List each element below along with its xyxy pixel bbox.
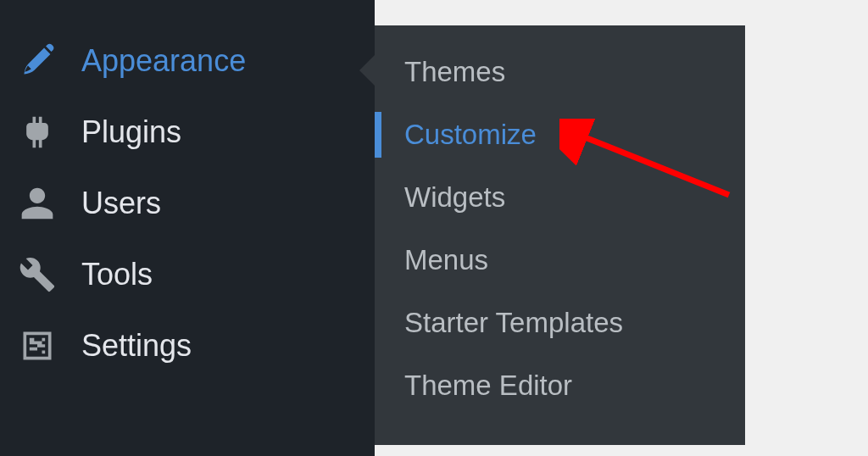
user-icon	[17, 183, 58, 224]
submenu-item-label: Starter Templates	[404, 307, 623, 338]
sidebar-item-tools[interactable]: Tools	[0, 239, 375, 310]
submenu-item-label: Theme Editor	[404, 370, 572, 401]
submenu-item-starter-templates[interactable]: Starter Templates	[375, 292, 745, 354]
submenu-item-label: Themes	[404, 56, 505, 87]
submenu-item-label: Widgets	[404, 181, 505, 213]
submenu-item-customize[interactable]: Customize	[375, 103, 745, 166]
sidebar-item-label: Appearance	[81, 43, 246, 79]
sidebar-item-label: Settings	[81, 328, 192, 364]
submenu-item-widgets[interactable]: Widgets	[375, 166, 745, 229]
plug-icon	[17, 112, 58, 153]
sidebar-item-label: Tools	[81, 257, 153, 292]
wrench-icon	[17, 254, 58, 295]
sidebar-item-plugins[interactable]: Plugins	[0, 97, 375, 168]
submenu-item-theme-editor[interactable]: Theme Editor	[375, 354, 745, 417]
submenu-item-label: Menus	[404, 244, 488, 275]
paintbrush-icon	[17, 41, 58, 81]
submenu-item-menus[interactable]: Menus	[375, 229, 745, 292]
sidebar-item-users[interactable]: Users	[0, 168, 375, 239]
admin-sidebar: Appearance Plugins Users Tools Settings	[0, 0, 375, 456]
submenu-item-label: Customize	[404, 119, 537, 150]
sliders-icon	[17, 325, 58, 366]
submenu-item-themes[interactable]: Themes	[375, 41, 745, 103]
sidebar-item-label: Users	[81, 186, 161, 221]
sidebar-item-label: Plugins	[81, 114, 181, 150]
sidebar-item-settings[interactable]: Settings	[0, 310, 375, 381]
sidebar-item-appearance[interactable]: Appearance	[0, 25, 375, 97]
appearance-submenu: Themes Customize Widgets Menus Starter T…	[375, 25, 745, 445]
